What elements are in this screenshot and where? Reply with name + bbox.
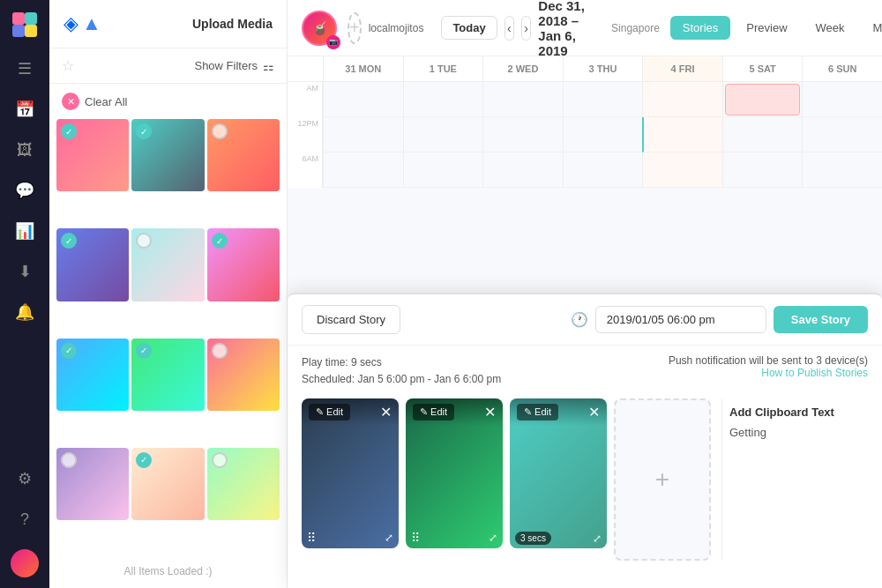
app-logo[interactable] <box>11 11 39 39</box>
clock-icon: 🕐 <box>571 311 588 328</box>
cal-cell[interactable] <box>802 82 882 117</box>
list-item[interactable] <box>207 119 280 191</box>
slide-edit-button[interactable]: ✎ Edit <box>517 404 558 421</box>
cal-cell[interactable] <box>722 153 803 188</box>
drag-handle-icon[interactable]: ⠿ <box>411 531 420 545</box>
cal-cell[interactable] <box>563 82 643 117</box>
sidebar-item-menu[interactable]: ☰ <box>7 51 42 86</box>
time-6am: 6AM <box>288 153 323 188</box>
story-meta-right: Push notification will be sent to 3 devi… <box>669 354 868 388</box>
sidebar-item-image[interactable]: 🖼 <box>7 132 42 167</box>
slide-edit-button[interactable]: ✎ Edit <box>309 404 350 421</box>
save-story-button[interactable]: Save Story <box>774 306 868 333</box>
slide-top-bar: ✎ Edit ✕ <box>510 398 607 426</box>
cal-cell[interactable] <box>482 82 563 117</box>
slide-close-button[interactable]: ✕ <box>484 404 496 421</box>
sidebar-item-download[interactable]: ⬇ <box>7 254 42 289</box>
story-slide-3[interactable]: ✎ Edit ✕ 3 secs ⤢ <box>510 398 607 548</box>
show-filters-button[interactable]: Show Filters ⚏ <box>194 59 274 73</box>
scheduled-item[interactable] <box>725 84 801 115</box>
list-item[interactable]: ✓ <box>56 228 129 301</box>
scheduled-label: Scheduled: Jan 5 6:00 pm - Jan 6 6:00 pm <box>302 371 501 388</box>
cal-cell[interactable] <box>482 153 563 188</box>
add-slide-button[interactable]: + <box>614 398 711 561</box>
upload-icons: ◈ ▲ <box>64 12 101 35</box>
list-item[interactable] <box>131 228 204 301</box>
cal-cell[interactable] <box>563 153 643 188</box>
list-item[interactable]: ✓ <box>131 448 204 520</box>
resize-icon[interactable]: ⤢ <box>385 532 393 544</box>
resize-icon[interactable]: ⤢ <box>593 532 602 545</box>
cal-cell[interactable] <box>403 82 483 117</box>
slide-close-button[interactable]: ✕ <box>588 404 600 421</box>
account-avatar[interactable]: 🧉 📷 <box>302 11 337 46</box>
all-loaded-label: All Items Loaded :) <box>49 555 287 588</box>
datetime-group: 🕐 Save Story <box>571 306 868 333</box>
today-button[interactable]: Today <box>441 16 497 40</box>
list-item[interactable]: ✓ <box>131 339 204 411</box>
cal-cell[interactable] <box>642 82 722 117</box>
svg-rect-3 <box>25 25 37 37</box>
tab-month[interactable]: Month <box>861 16 882 40</box>
day-header-4: 4 FRI <box>642 56 722 81</box>
nav-controls: Today ‹ › Dec 31, 2018 – Jan 6, 2019 Sin… <box>441 0 659 58</box>
sidebar-item-notification[interactable]: 🔔 <box>7 294 42 330</box>
nav-user-avatar[interactable] <box>11 549 39 577</box>
day-header-5: 5 SAT <box>722 56 803 81</box>
cal-cell[interactable] <box>802 153 882 188</box>
list-item[interactable]: ✓ <box>56 119 129 191</box>
tab-preview[interactable]: Preview <box>734 16 799 40</box>
tab-stories[interactable]: Stories <box>670 16 730 40</box>
how-to-publish-link[interactable]: How to Publish Stories <box>669 367 868 379</box>
day-header-6: 6 SUN <box>802 56 882 81</box>
story-slide-2[interactable]: ✎ Edit ✕ ⠿ ⤢ <box>406 398 503 548</box>
cal-cell[interactable] <box>323 117 403 153</box>
datetime-input[interactable] <box>595 306 766 333</box>
cal-cell[interactable] <box>323 153 403 188</box>
list-item[interactable]: ✓ <box>207 228 280 301</box>
sidebar-item-analytics[interactable]: 📊 <box>7 213 42 249</box>
day-header-2: 2 WED <box>482 56 563 81</box>
media-panel: ◈ ▲ Upload Media ☆ Show Filters ⚏ ✕ Clea… <box>49 0 288 588</box>
list-item[interactable] <box>207 339 280 411</box>
add-account-button[interactable]: + <box>348 12 362 44</box>
sidebar-item-chat[interactable]: 💬 <box>7 173 42 208</box>
list-item[interactable]: ✓ <box>56 339 129 411</box>
upload-media-button[interactable]: Upload Media <box>192 17 273 31</box>
instagram-badge: 📷 <box>326 35 340 49</box>
cal-cell[interactable] <box>642 117 722 153</box>
svg-rect-1 <box>25 12 37 25</box>
clear-all-button[interactable]: ✕ Clear All <box>62 93 274 110</box>
list-item[interactable] <box>56 448 129 520</box>
cal-cell[interactable] <box>403 117 483 153</box>
cal-cell[interactable] <box>802 117 882 153</box>
cal-cell[interactable] <box>722 117 803 153</box>
slide-edit-button[interactable]: ✎ Edit <box>413 404 454 421</box>
star-icon[interactable]: ☆ <box>62 57 74 74</box>
sidebar-item-settings[interactable]: ⚙ <box>7 461 42 496</box>
story-slide-1[interactable]: ✎ Edit ✕ ⠿ ⤢ <box>302 398 399 548</box>
cal-cell[interactable] <box>642 153 722 188</box>
cal-cell[interactable] <box>482 117 563 153</box>
resize-icon[interactable]: ⤢ <box>489 532 497 544</box>
list-item[interactable]: ✓ <box>131 119 204 191</box>
prev-arrow[interactable]: ‹ <box>505 16 514 41</box>
sidebar-item-calendar[interactable]: 📅 <box>7 92 42 127</box>
filter-icon: ⚏ <box>263 59 274 73</box>
slide-close-button[interactable]: ✕ <box>380 404 392 421</box>
drag-handle-icon[interactable]: ⠿ <box>307 531 316 545</box>
media-grid: ✓ ✓ ✓ ✓ ✓ ✓ <box>49 119 287 555</box>
tab-week[interactable]: Week <box>804 16 857 40</box>
play-time-label: Play time: 9 secs <box>302 354 501 371</box>
next-arrow[interactable]: › <box>521 16 531 41</box>
cal-cell[interactable] <box>323 82 403 117</box>
list-item[interactable] <box>207 448 280 520</box>
sidebar-item-help[interactable]: ? <box>7 502 42 537</box>
cal-cell[interactable] <box>563 117 643 153</box>
discard-story-button[interactable]: Discard Story <box>302 305 400 334</box>
cal-cell[interactable] <box>403 153 483 188</box>
story-header: Discard Story 🕐 Save Story <box>288 294 882 346</box>
left-navigation: ☰ 📅 🖼 💬 📊 ⬇ 🔔 ⚙ ? <box>0 0 49 588</box>
cal-cell[interactable] <box>722 82 803 117</box>
media-check-icon: ✓ <box>61 123 77 139</box>
